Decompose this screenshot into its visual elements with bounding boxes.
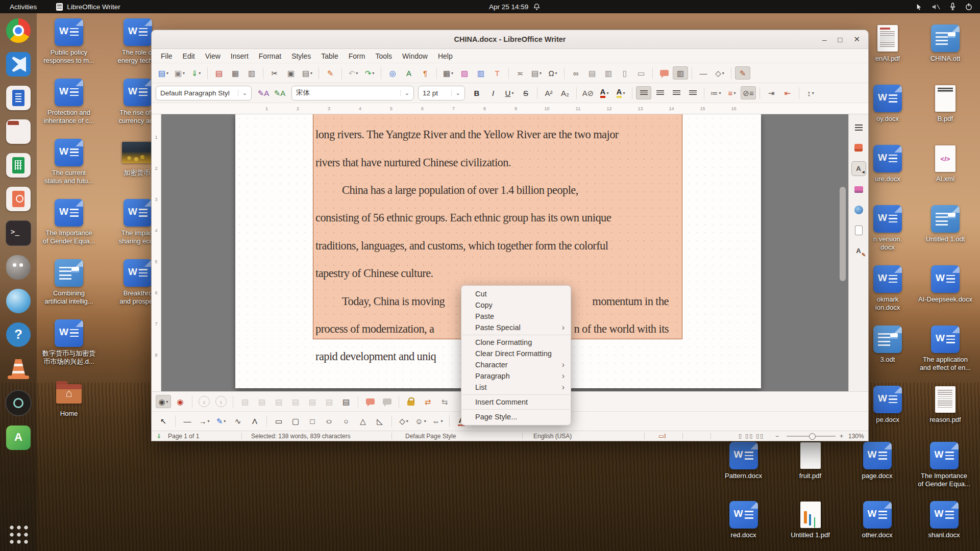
file-manager-icon[interactable] (6, 119, 31, 144)
insert-textbox-button[interactable]: T (489, 66, 505, 80)
document-text-line[interactable]: traditions, languages, and customs, whic… (315, 232, 681, 260)
menubar-item[interactable]: Edit (178, 52, 200, 60)
desktop-icon-other-docx[interactable]: other.docx (844, 501, 911, 551)
horizontal-line-button[interactable]: — (696, 66, 711, 80)
print-button[interactable]: ▦ (228, 66, 243, 80)
menu-item-page-style[interactable]: Page Style... (461, 411, 571, 422)
right-triangle-button[interactable]: ◺ (372, 415, 387, 428)
hyperlink-button[interactable]: ∞ (568, 66, 583, 80)
subscript-button[interactable]: A₂ (557, 86, 573, 99)
chevron-down-icon[interactable]: ⌄ (451, 90, 460, 96)
clock-menu[interactable]: Apr 25 14:59 (489, 0, 541, 13)
desktop-icon-pattern-docx[interactable]: Pattern.docx (710, 442, 777, 501)
terminal-icon[interactable] (6, 220, 31, 246)
libreoffice-calc-icon[interactable] (6, 153, 31, 178)
rectangle-button[interactable]: ▭ (271, 415, 286, 428)
circle-button[interactable]: ○ (338, 415, 354, 428)
increase-indent-button[interactable]: ⇥ (764, 86, 779, 99)
statusbar-language[interactable]: English (USA) (533, 431, 572, 441)
dropdown-arrow-icon[interactable]: ▾ (812, 91, 814, 95)
no-list-button[interactable]: ⊘≡ (741, 86, 756, 99)
power-icon[interactable] (965, 3, 973, 11)
statusbar-word-count[interactable]: Selected: 138 words, 839 characters (251, 431, 351, 441)
libreoffice-writer-icon[interactable] (6, 86, 31, 110)
clone-formatting-button[interactable]: ✎ (323, 66, 338, 80)
manage-changes-button[interactable]: ▤ (338, 395, 354, 408)
dropdown-arrow-icon[interactable]: ▾ (540, 71, 542, 76)
menu-item-character[interactable]: Character › (461, 359, 571, 370)
track-changes-button[interactable]: ▥ (673, 66, 688, 80)
paste-button[interactable]: ▤ ▾ (300, 66, 315, 80)
numbered-list-button[interactable]: ≡ ▾ (724, 86, 740, 99)
italic-button[interactable]: I (485, 86, 501, 99)
menu-item-paste-special[interactable]: Paste Special › (461, 322, 571, 333)
previous-change-button[interactable]: ‹ (197, 395, 212, 408)
sidebar-page-icon[interactable] (852, 223, 866, 237)
help-icon[interactable] (6, 322, 31, 347)
font-color-button[interactable]: A ▾ (597, 86, 612, 99)
desktop-icon-application-effect[interactable]: The application and effect of en... (907, 325, 980, 386)
paragraph-style-combo[interactable]: Default Paragraph Styl ⌄ (156, 86, 252, 101)
sidebar-current-deck-icon[interactable]: A (851, 161, 866, 176)
window-titlebar[interactable]: CHINA.docx - LibreOffice Writer – □ ✕ (152, 30, 868, 49)
vertical-ruler[interactable]: 12345678 (152, 114, 161, 391)
page-break-button[interactable]: ≍ (512, 66, 528, 80)
show-applications-icon[interactable] (8, 523, 29, 545)
close-button[interactable]: ✕ (853, 35, 860, 44)
menubar-item[interactable]: Insert (226, 52, 254, 60)
compare-document-button[interactable]: ⇆ (437, 395, 452, 408)
dropdown-arrow-icon[interactable]: ▾ (166, 71, 168, 76)
font-name-combo[interactable]: 宋体 ⌄ (291, 86, 414, 101)
dropdown-arrow-icon[interactable]: ▾ (424, 419, 426, 423)
dropdown-arrow-icon[interactable]: ▾ (440, 419, 443, 423)
reject-all-changes-button[interactable]: ▤ (288, 395, 303, 408)
new-document-button[interactable]: ▤ ▾ (156, 66, 171, 80)
block-arrows-button[interactable]: ⇔ ▾ (430, 415, 445, 428)
minimize-button[interactable]: – (822, 35, 826, 44)
insert-comment-button-2[interactable] (362, 395, 378, 408)
volume-muted-icon[interactable] (932, 3, 941, 11)
desktop-icon-reason-pdf[interactable]: reason.pdf (907, 386, 980, 446)
isosceles-triangle-button[interactable]: △ (355, 415, 371, 428)
insert-image-button[interactable]: ▨ (457, 66, 472, 80)
desktop-icon-page-docx[interactable]: page.docx (844, 442, 911, 501)
square-button[interactable]: □ (305, 415, 320, 428)
desktop-icon-untitled-pdf[interactable]: Untitled 1.pdf (777, 501, 844, 551)
freeform-line-button[interactable]: ✎ ▾ (213, 415, 229, 428)
align-center-button[interactable] (652, 86, 668, 99)
save-button[interactable]: ⇓ ▾ (188, 66, 204, 80)
highlight-color-button[interactable]: A ▾ (613, 86, 628, 99)
menu-item-insert-comment[interactable]: Insert Comment (461, 396, 571, 408)
menu-item-paste[interactable]: Paste (461, 311, 571, 322)
maximize-button[interactable]: □ (838, 35, 842, 44)
basic-shapes-button[interactable]: ◇ ▾ (712, 66, 727, 80)
formatting-marks-button[interactable]: ¶ (418, 66, 433, 80)
symbol-shapes-button[interactable]: ☺ ▾ (413, 415, 428, 428)
dropdown-arrow-icon[interactable]: ▾ (623, 91, 625, 95)
dropdown-arrow-icon[interactable]: ▾ (199, 71, 201, 76)
desktop-icon-gender-equality[interactable]: The Importance of Gender Equa... (31, 199, 107, 259)
chevron-down-icon[interactable]: ⌄ (238, 90, 247, 96)
dropdown-arrow-icon[interactable]: ▾ (511, 91, 513, 95)
insert-footnote-button[interactable]: ▤ (584, 66, 600, 80)
dropdown-arrow-icon[interactable]: ▾ (207, 419, 209, 423)
select-tool-button[interactable]: ↖ (156, 415, 171, 428)
bold-button[interactable]: B (469, 86, 484, 99)
dropdown-arrow-icon[interactable]: ▾ (722, 71, 724, 76)
desktop-icon-shanl-docx[interactable]: shanl.docx (911, 501, 977, 551)
view-layout-buttons[interactable]: ▯ ▯▯ ▯▯ (739, 431, 764, 441)
menubar-item[interactable]: Tools (370, 52, 397, 60)
decrease-indent-button[interactable]: ⇤ (780, 86, 795, 99)
menubar-item[interactable]: Format (254, 52, 286, 60)
document-text-line[interactable]: consisting of 56 ethnic groups. Each eth… (315, 204, 681, 232)
desktop-icon-protection[interactable]: Protection and inheritance of c... (31, 79, 107, 139)
insert-bookmark-button[interactable]: ▯ (617, 66, 632, 80)
align-left-button[interactable] (636, 86, 651, 99)
merge-document-button[interactable]: ⇄ (420, 395, 435, 408)
basic-shapes-button-2[interactable]: ◇ ▾ (396, 415, 411, 428)
menu-item-clear-direct-formatting[interactable]: Clear Direct Formatting (461, 348, 571, 359)
cross-reference-button[interactable]: ▭ (633, 66, 649, 80)
activities-button[interactable]: Activities (10, 3, 37, 11)
software-store-icon[interactable] (6, 425, 31, 450)
superscript-button[interactable]: A² (541, 86, 556, 99)
